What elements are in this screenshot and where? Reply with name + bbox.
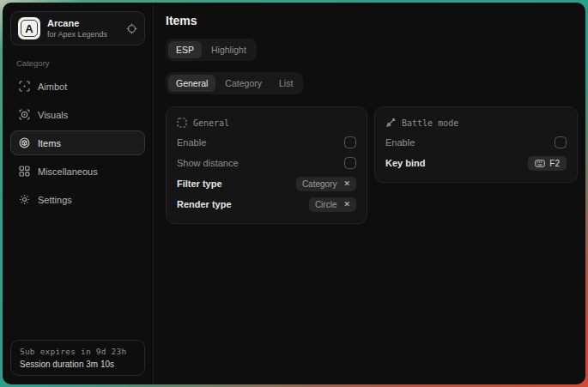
keyboard-icon (535, 160, 545, 167)
setting-row-enable: Enable (177, 132, 356, 153)
setting-label: Enable (177, 137, 206, 148)
sidebar-item-label: Aimbot (38, 82, 67, 92)
setting-label: Filter type (177, 178, 222, 189)
render-type-tag[interactable]: Circle ✕ (309, 197, 356, 212)
sidebar-item-label: Miscellaneous (38, 166, 98, 177)
sidebar: A Arcane for Apex Legends Category (3, 3, 154, 384)
sidebar-item-label: Settings (38, 195, 72, 205)
sidebar-item-aimbot[interactable]: Aimbot (10, 74, 145, 99)
scan-eye-icon (19, 109, 30, 120)
main-content: Items ESP Highlight General Category Lis… (154, 3, 585, 384)
package-icon (19, 137, 30, 148)
setting-row-enable: Enable (385, 132, 567, 153)
setting-label: Show distance (177, 158, 239, 168)
page-title: Items (166, 14, 578, 27)
sub-expires-text: Sub expires in 9d 23h (20, 347, 136, 356)
sidebar-item-label: Items (38, 138, 61, 148)
filter-type-tag[interactable]: Category ✕ (296, 177, 356, 191)
gear-icon (19, 194, 30, 205)
setting-label: Render type (177, 199, 232, 209)
app-name: Arcane (47, 18, 107, 28)
tag-value: Category (302, 179, 337, 189)
sidebar-item-visuals[interactable]: Visuals (10, 102, 145, 127)
setting-label: Enable (385, 137, 415, 148)
app-logo: A (18, 17, 40, 39)
setting-row-key-bind: Key bind F2 (385, 153, 567, 173)
close-icon[interactable]: ✕ (343, 180, 350, 188)
subscription-info-card: Sub expires in 9d 23h Session duration 3… (10, 340, 145, 376)
crosshair-icon (19, 81, 30, 92)
setting-row-render-type: Render type Circle ✕ (177, 194, 356, 215)
setting-label: Key bind (385, 158, 425, 168)
tab-category[interactable]: Category (217, 75, 270, 92)
panel-battle-mode: Battle mode Enable Key bind (374, 106, 578, 183)
panel-title: General (193, 118, 229, 128)
app-window: A Arcane for Apex Legends Category (3, 3, 585, 384)
tag-value: Circle (315, 200, 337, 209)
app-subtitle: for Apex Legends (47, 30, 107, 39)
tab-highlight[interactable]: Highlight (203, 41, 254, 58)
sidebar-item-miscellaneous[interactable]: Miscellaneous (10, 159, 145, 184)
panel-title: Battle mode (402, 118, 458, 128)
session-duration-text: Session duration 3m 10s (20, 360, 136, 369)
grid-icon (19, 166, 30, 177)
sidebar-item-label: Visuals (38, 110, 68, 120)
keybind-value: F2 (549, 159, 560, 168)
view-tab-group: General Category List (166, 72, 303, 94)
sidebar-item-items[interactable]: Items (10, 130, 145, 155)
setting-row-show-distance: Show distance (177, 153, 356, 173)
crosshair-target-icon[interactable] (126, 23, 137, 34)
battle-enable-checkbox[interactable] (555, 136, 567, 148)
dashed-box-icon (177, 118, 187, 128)
keybind-button[interactable]: F2 (528, 156, 567, 171)
mode-tab-group: ESP Highlight (166, 39, 257, 61)
setting-row-filter-type: Filter type Category ✕ (177, 173, 356, 194)
sword-icon (385, 118, 396, 128)
show-distance-checkbox[interactable] (344, 157, 356, 169)
sidebar-nav: Aimbot Visuals (10, 74, 145, 212)
close-icon[interactable]: ✕ (343, 201, 350, 209)
tab-general[interactable]: General (168, 75, 215, 92)
sidebar-item-settings[interactable]: Settings (10, 187, 145, 212)
panel-general: General Enable Show distance Filter type… (166, 106, 367, 224)
enable-checkbox[interactable] (344, 136, 356, 148)
tab-esp[interactable]: ESP (168, 41, 202, 58)
sidebar-section-label: Category (16, 58, 139, 68)
tab-list[interactable]: List (271, 75, 300, 92)
app-header-card: A Arcane for Apex Legends (10, 11, 145, 45)
app-logo-letter: A (25, 22, 33, 35)
